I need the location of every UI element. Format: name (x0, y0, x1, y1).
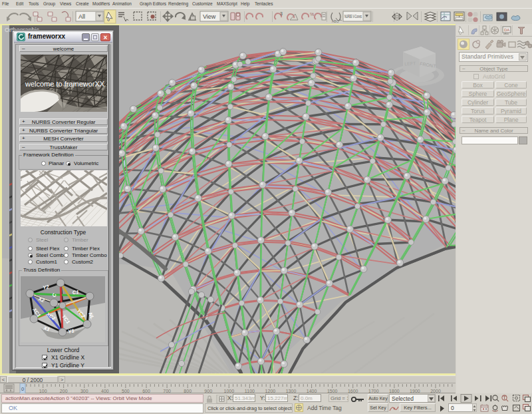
svg-text:DA: DA (504, 28, 509, 32)
svg-text:600: 600 (142, 389, 150, 393)
svg-text:900: 900 (204, 389, 212, 393)
svg-text:1300: 1300 (286, 389, 297, 393)
svg-text:1200: 1200 (265, 389, 276, 393)
svg-text:200: 200 (60, 389, 68, 393)
svg-text:100: 100 (39, 389, 47, 393)
svg-text:1400: 1400 (307, 389, 317, 393)
svg-text:C1: C1 (72, 289, 79, 296)
svg-text:1000: 1000 (224, 389, 235, 393)
svg-text:1500: 1500 (327, 389, 338, 393)
svg-text:welcome to frameworXX: welcome to frameworXX (25, 80, 105, 88)
svg-text:%: % (310, 12, 314, 17)
svg-text:All: All (78, 13, 85, 20)
svg-text:700: 700 (163, 389, 171, 393)
svg-text:3: 3 (280, 11, 283, 16)
svg-text:400: 400 (101, 389, 109, 393)
svg-text:1800: 1800 (389, 389, 400, 393)
svg-text:Y1: Y1 (68, 327, 75, 335)
svg-text:0: 0 (21, 386, 24, 392)
svg-text:1100: 1100 (245, 389, 255, 393)
svg-text:1900: 1900 (410, 389, 420, 393)
svg-text:500: 500 (122, 389, 130, 393)
svg-text:ABC: ABC (332, 19, 339, 23)
svg-text:NURBS V-Curves: NURBS V-Curves (344, 14, 362, 19)
svg-text:2000: 2000 (430, 389, 441, 393)
svg-text:800: 800 (184, 389, 192, 393)
svg-text:300: 300 (80, 389, 88, 393)
svg-text:1700: 1700 (368, 389, 379, 393)
svg-text:1600: 1600 (348, 389, 358, 393)
svg-text:View: View (203, 13, 216, 20)
